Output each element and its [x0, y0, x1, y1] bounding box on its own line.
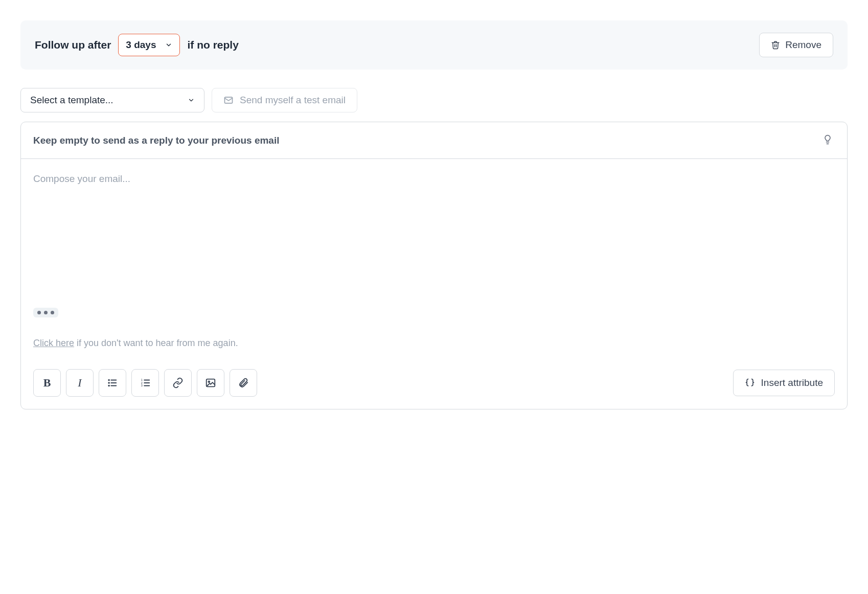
remove-label: Remove — [785, 39, 821, 51]
bullet-list-button[interactable] — [99, 369, 126, 397]
email-body-input[interactable]: Compose your email... — [33, 173, 835, 306]
controls-row: Select a template... Send myself a test … — [20, 88, 848, 112]
bullet-list-icon — [107, 377, 118, 389]
email-body-area: Compose your email... Click here if you … — [21, 159, 847, 360]
chevron-down-icon — [165, 41, 172, 49]
numbered-list-icon: 123 — [140, 377, 151, 389]
followup-text-group: Follow up after 3 days if no reply — [35, 34, 239, 56]
quoted-text-toggle[interactable] — [33, 308, 58, 317]
link-icon — [172, 377, 184, 389]
italic-icon: I — [78, 376, 81, 390]
trash-icon — [771, 40, 780, 50]
mail-icon — [223, 95, 234, 105]
send-test-email-button[interactable]: Send myself a test email — [212, 88, 357, 112]
template-select[interactable]: Select a template... — [20, 88, 204, 112]
bold-icon: B — [43, 376, 51, 390]
followup-suffix: if no reply — [187, 39, 238, 51]
format-group: B I 123 — [33, 369, 257, 397]
braces-icon — [745, 378, 755, 388]
followup-prefix: Follow up after — [35, 39, 111, 51]
insert-attribute-label: Insert attribute — [761, 377, 823, 389]
paperclip-icon — [238, 377, 249, 389]
ellipsis-dot — [44, 311, 48, 314]
insert-attribute-button[interactable]: Insert attribute — [733, 370, 835, 396]
template-placeholder: Select a template... — [30, 95, 113, 106]
svg-point-6 — [108, 385, 109, 386]
chevron-down-icon — [188, 97, 195, 104]
attachment-button[interactable] — [230, 369, 257, 397]
send-test-email-label: Send myself a test email — [240, 95, 346, 106]
followup-days-select[interactable]: 3 days — [118, 34, 180, 56]
image-button[interactable] — [197, 369, 224, 397]
unsubscribe-line: Click here if you don't want to hear fro… — [33, 338, 835, 349]
unsubscribe-link[interactable]: Click here — [33, 338, 74, 348]
bold-button[interactable]: B — [33, 369, 61, 397]
svg-point-5 — [108, 382, 109, 383]
editor-toolbar: B I 123 — [21, 360, 847, 409]
followup-bar: Follow up after 3 days if no reply Remov… — [20, 20, 848, 70]
lightbulb-icon — [823, 134, 833, 145]
image-icon — [205, 377, 216, 389]
svg-point-14 — [208, 381, 210, 382]
subject-row — [21, 122, 847, 159]
numbered-list-button[interactable]: 123 — [131, 369, 159, 397]
svg-point-4 — [108, 380, 109, 381]
svg-text:3: 3 — [141, 384, 143, 387]
ellipsis-dot — [51, 311, 54, 314]
ellipsis-dot — [37, 311, 41, 314]
followup-days-value: 3 days — [126, 39, 156, 51]
italic-button[interactable]: I — [66, 369, 94, 397]
subject-input[interactable] — [33, 135, 820, 146]
email-editor: Compose your email... Click here if you … — [20, 122, 848, 409]
unsubscribe-rest: if you don't want to hear from me again. — [74, 338, 238, 348]
remove-button[interactable]: Remove — [759, 33, 833, 57]
link-button[interactable] — [164, 369, 192, 397]
suggestions-button[interactable] — [820, 132, 835, 148]
